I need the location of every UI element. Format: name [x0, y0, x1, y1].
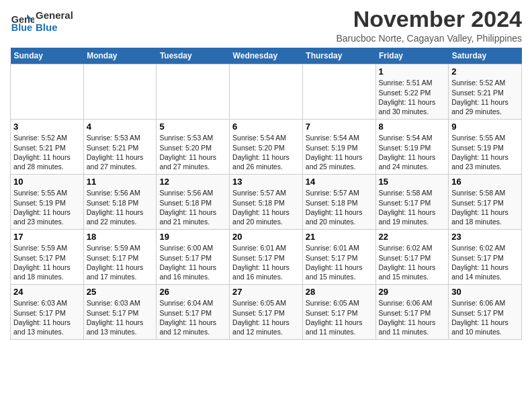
weekday-header-friday: Friday — [375, 48, 449, 64]
calendar-cell: 11Sunrise: 5:56 AM Sunset: 5:18 PM Dayli… — [83, 175, 157, 230]
calendar-cell: 30Sunrise: 6:06 AM Sunset: 5:17 PM Dayli… — [449, 285, 522, 340]
calendar-cell — [83, 64, 157, 120]
date-number: 1 — [379, 66, 446, 77]
date-number: 8 — [379, 122, 446, 132]
svg-text:Blue: Blue — [11, 22, 32, 33]
calendar-cell — [157, 64, 230, 120]
date-number: 21 — [306, 232, 373, 242]
day-info: Sunrise: 6:03 AM Sunset: 5:17 PM Dayligh… — [13, 298, 81, 336]
date-number: 22 — [379, 232, 446, 242]
date-number: 15 — [379, 177, 446, 187]
day-info: Sunrise: 5:55 AM Sunset: 5:19 PM Dayligh… — [451, 133, 519, 171]
calendar-cell: 26Sunrise: 6:04 AM Sunset: 5:17 PM Dayli… — [157, 285, 230, 340]
calendar-cell: 23Sunrise: 6:02 AM Sunset: 5:17 PM Dayli… — [449, 230, 522, 285]
day-info: Sunrise: 5:54 AM Sunset: 5:20 PM Dayligh… — [232, 133, 300, 171]
day-info: Sunrise: 6:03 AM Sunset: 5:17 PM Dayligh… — [87, 298, 154, 336]
date-number: 28 — [306, 287, 373, 297]
date-number: 14 — [306, 177, 373, 187]
day-info: Sunrise: 5:56 AM Sunset: 5:18 PM Dayligh… — [87, 188, 154, 226]
date-number: 27 — [232, 287, 300, 297]
logo-line2: Blue — [36, 21, 73, 34]
day-info: Sunrise: 6:04 AM Sunset: 5:17 PM Dayligh… — [159, 298, 226, 336]
calendar-cell: 15Sunrise: 5:58 AM Sunset: 5:17 PM Dayli… — [375, 175, 449, 230]
weekday-header-thursday: Thursday — [302, 48, 375, 64]
calendar-cell: 22Sunrise: 6:02 AM Sunset: 5:17 PM Dayli… — [375, 230, 449, 285]
day-info: Sunrise: 5:59 AM Sunset: 5:17 PM Dayligh… — [13, 243, 81, 281]
calendar-cell: 5Sunrise: 5:53 AM Sunset: 5:20 PM Daylig… — [157, 120, 230, 175]
logo-icon: General Blue — [10, 9, 34, 34]
weekday-header-saturday: Saturday — [449, 48, 522, 64]
week-row-5: 24Sunrise: 6:03 AM Sunset: 5:17 PM Dayli… — [11, 285, 522, 340]
calendar-cell: 20Sunrise: 6:01 AM Sunset: 5:17 PM Dayli… — [230, 230, 303, 285]
day-info: Sunrise: 5:53 AM Sunset: 5:20 PM Dayligh… — [159, 133, 226, 171]
logo: General Blue General Blue — [10, 9, 73, 34]
week-row-3: 10Sunrise: 5:55 AM Sunset: 5:19 PM Dayli… — [11, 175, 522, 230]
date-number: 23 — [451, 232, 519, 242]
date-number: 13 — [232, 177, 300, 187]
calendar-cell — [302, 64, 375, 120]
day-info: Sunrise: 6:05 AM Sunset: 5:17 PM Dayligh… — [306, 298, 373, 336]
month-title: November 2024 — [336, 7, 522, 32]
calendar-cell: 4Sunrise: 5:53 AM Sunset: 5:21 PM Daylig… — [83, 120, 157, 175]
location: Barucboc Norte, Cagayan Valley, Philippi… — [336, 33, 522, 44]
day-info: Sunrise: 5:58 AM Sunset: 5:17 PM Dayligh… — [379, 188, 446, 226]
day-info: Sunrise: 5:55 AM Sunset: 5:19 PM Dayligh… — [13, 188, 81, 226]
day-info: Sunrise: 6:01 AM Sunset: 5:17 PM Dayligh… — [232, 243, 300, 281]
week-row-1: 1Sunrise: 5:51 AM Sunset: 5:22 PM Daylig… — [11, 64, 522, 120]
day-info: Sunrise: 5:54 AM Sunset: 5:19 PM Dayligh… — [379, 133, 446, 171]
date-number: 2 — [451, 66, 519, 77]
date-number: 17 — [13, 232, 81, 242]
day-info: Sunrise: 5:52 AM Sunset: 5:21 PM Dayligh… — [451, 78, 519, 116]
weekday-header-monday: Monday — [83, 48, 157, 64]
date-number: 24 — [13, 287, 81, 297]
calendar-cell: 12Sunrise: 5:56 AM Sunset: 5:18 PM Dayli… — [157, 175, 230, 230]
weekday-header-sunday: Sunday — [11, 48, 84, 64]
date-number: 20 — [232, 232, 300, 242]
date-number: 12 — [159, 177, 226, 187]
date-number: 9 — [451, 122, 519, 132]
day-info: Sunrise: 6:02 AM Sunset: 5:17 PM Dayligh… — [451, 243, 519, 281]
calendar-cell: 9Sunrise: 5:55 AM Sunset: 5:19 PM Daylig… — [449, 120, 522, 175]
weekday-header-wednesday: Wednesday — [230, 48, 303, 64]
date-number: 30 — [451, 287, 519, 297]
calendar-cell: 7Sunrise: 5:54 AM Sunset: 5:19 PM Daylig… — [302, 120, 375, 175]
date-number: 7 — [306, 122, 373, 132]
calendar-table: SundayMondayTuesdayWednesdayThursdayFrid… — [10, 48, 522, 340]
calendar-cell: 2Sunrise: 5:52 AM Sunset: 5:21 PM Daylig… — [449, 64, 522, 120]
calendar-cell: 6Sunrise: 5:54 AM Sunset: 5:20 PM Daylig… — [230, 120, 303, 175]
date-number: 10 — [13, 177, 81, 187]
calendar-cell: 25Sunrise: 6:03 AM Sunset: 5:17 PM Dayli… — [83, 285, 157, 340]
day-info: Sunrise: 5:56 AM Sunset: 5:18 PM Dayligh… — [159, 188, 226, 226]
date-number: 26 — [159, 287, 226, 297]
week-row-2: 3Sunrise: 5:52 AM Sunset: 5:21 PM Daylig… — [11, 120, 522, 175]
calendar-cell: 17Sunrise: 5:59 AM Sunset: 5:17 PM Dayli… — [11, 230, 84, 285]
calendar-cell: 14Sunrise: 5:57 AM Sunset: 5:18 PM Dayli… — [302, 175, 375, 230]
calendar-cell: 1Sunrise: 5:51 AM Sunset: 5:22 PM Daylig… — [375, 64, 449, 120]
calendar-cell: 13Sunrise: 5:57 AM Sunset: 5:18 PM Dayli… — [230, 175, 303, 230]
calendar-cell: 27Sunrise: 6:05 AM Sunset: 5:17 PM Dayli… — [230, 285, 303, 340]
date-number: 4 — [87, 122, 154, 132]
calendar-cell: 18Sunrise: 5:59 AM Sunset: 5:17 PM Dayli… — [83, 230, 157, 285]
day-info: Sunrise: 6:01 AM Sunset: 5:17 PM Dayligh… — [306, 243, 373, 281]
calendar-cell — [230, 64, 303, 120]
day-info: Sunrise: 5:53 AM Sunset: 5:21 PM Dayligh… — [87, 133, 154, 171]
date-number: 19 — [159, 232, 226, 242]
day-info: Sunrise: 6:06 AM Sunset: 5:17 PM Dayligh… — [379, 298, 446, 336]
day-info: Sunrise: 5:54 AM Sunset: 5:19 PM Dayligh… — [306, 133, 373, 171]
day-info: Sunrise: 5:59 AM Sunset: 5:17 PM Dayligh… — [87, 243, 154, 281]
date-number: 3 — [13, 122, 81, 132]
day-info: Sunrise: 6:05 AM Sunset: 5:17 PM Dayligh… — [232, 298, 300, 336]
calendar-cell: 16Sunrise: 5:58 AM Sunset: 5:17 PM Dayli… — [449, 175, 522, 230]
calendar-cell: 19Sunrise: 6:00 AM Sunset: 5:17 PM Dayli… — [157, 230, 230, 285]
calendar-cell: 21Sunrise: 6:01 AM Sunset: 5:17 PM Dayli… — [302, 230, 375, 285]
calendar-cell: 28Sunrise: 6:05 AM Sunset: 5:17 PM Dayli… — [302, 285, 375, 340]
day-info: Sunrise: 6:00 AM Sunset: 5:17 PM Dayligh… — [159, 243, 226, 281]
title-block: November 2024 Barucboc Norte, Cagayan Va… — [336, 7, 522, 44]
week-row-4: 17Sunrise: 5:59 AM Sunset: 5:17 PM Dayli… — [11, 230, 522, 285]
day-info: Sunrise: 5:57 AM Sunset: 5:18 PM Dayligh… — [232, 188, 300, 226]
page-header: General Blue General Blue November 2024 … — [10, 7, 522, 44]
calendar-cell: 8Sunrise: 5:54 AM Sunset: 5:19 PM Daylig… — [375, 120, 449, 175]
date-number: 29 — [379, 287, 446, 297]
date-number: 18 — [87, 232, 154, 242]
logo-line1: General — [36, 9, 73, 21]
